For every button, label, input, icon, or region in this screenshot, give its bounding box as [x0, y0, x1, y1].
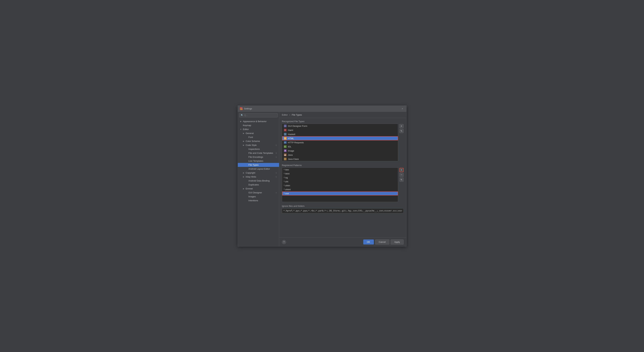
registered-patterns-list[interactable]: *.htm *.html *.ng *.sht *.shtm *.shtml *…	[282, 168, 398, 202]
pattern-item[interactable]: *.htm	[282, 168, 398, 172]
sidebar-item-label: Inlay Hints	[246, 176, 256, 178]
sidebar-item-appearance[interactable]: ▶ Appearance & Behavior	[238, 119, 279, 123]
add-file-type-button[interactable]: +	[400, 124, 404, 128]
recognized-file-types-list[interactable]: UI GUI Designer Form H Haml λ	[282, 124, 398, 161]
sidebar-item-code-style[interactable]: ▶ Code Style ⎘	[238, 143, 279, 147]
list-item[interactable]: 🖼 Image	[282, 149, 398, 153]
sidebar-item-editor[interactable]: ▼ Editor	[238, 127, 279, 131]
file-type-icon: λ	[284, 133, 286, 136]
file-type-label: Haml	[288, 129, 293, 132]
list-item[interactable]: UI GUI Designer Form	[282, 124, 398, 128]
main-content: Editor › File Types Recognized File Type…	[279, 112, 406, 246]
dialog-body: 🔍 ▶ Appearance & Behavior Keymap ▼ Edito…	[238, 112, 406, 246]
expand-arrow: ▶	[243, 132, 245, 134]
expand-arrow: ▶	[243, 188, 245, 189]
file-type-icon: 🖼	[284, 149, 286, 152]
list-item[interactable]: C Java Class	[282, 157, 398, 161]
sidebar-item-emmet[interactable]: ▶ Emmet	[238, 187, 279, 191]
file-type-icon: ☕	[284, 154, 286, 156]
list-item[interactable]: API HTTP Requests	[282, 140, 398, 145]
sidebar-item-gui-designer[interactable]: GUI Designer ⎘	[238, 191, 279, 194]
sidebar-item-label: Live Templates	[248, 160, 263, 162]
pattern-item[interactable]: *.sht	[282, 179, 398, 183]
sidebar-item-file-encodings[interactable]: File Encodings ⎘	[238, 155, 279, 159]
list-item[interactable]: ☕ Java	[282, 153, 398, 157]
ignore-files-input[interactable]	[282, 208, 404, 213]
dialog-title: Settings	[244, 107, 401, 110]
sidebar-item-copyright[interactable]: ▶ Copyright ⎘	[238, 171, 279, 175]
sidebar-item-label: Intentions	[248, 199, 258, 202]
sidebar-item-label: Keymap	[243, 124, 251, 127]
pattern-item[interactable]: *.ng	[282, 176, 398, 179]
registered-patterns-title: Registered Patterns	[282, 164, 404, 167]
sidebar-item-android-layout-editor[interactable]: Android Layout Editor	[238, 167, 279, 171]
list-item[interactable]: H Haml	[282, 128, 398, 132]
sidebar-item-duplicates[interactable]: Duplicates	[238, 183, 279, 187]
sidebar-item-images[interactable]: Images	[238, 194, 279, 198]
file-type-label: GUI Designer Form	[288, 125, 308, 127]
pattern-item[interactable]: *.shtml	[282, 187, 398, 191]
pattern-item[interactable]: *.shtm	[282, 183, 398, 187]
file-types-side-buttons: + ✎	[400, 124, 404, 161]
sidebar-item-label: Emmet	[246, 187, 253, 190]
search-icon: 🔍	[241, 114, 243, 117]
file-type-icon: API	[284, 141, 286, 144]
file-type-icon: H	[284, 137, 286, 140]
expand-arrow	[246, 168, 248, 170]
app-icon	[240, 107, 243, 110]
search-box[interactable]: 🔍	[239, 113, 278, 117]
expand-arrow	[246, 196, 248, 197]
sidebar-item-live-templates[interactable]: Live Templates	[238, 159, 279, 163]
sidebar-item-label: Font	[248, 136, 253, 139]
expand-arrow	[246, 152, 248, 154]
pattern-item[interactable]: *.vue	[282, 191, 398, 195]
recognized-file-types-section: Recognized File Types UI GUI Designer Fo…	[282, 120, 404, 161]
sidebar-item-label: Android Layout Editor	[248, 168, 270, 170]
sidebar-item-inlay-hints[interactable]: ▶ Inlay Hints ⎘	[238, 175, 279, 179]
sidebar-item-file-types[interactable]: File Types	[238, 163, 279, 167]
close-button[interactable]: ×	[400, 107, 404, 111]
file-type-label: HTML	[288, 137, 294, 140]
search-input[interactable]	[244, 114, 276, 117]
expand-arrow: ▶	[243, 172, 245, 174]
expand-arrow	[246, 180, 248, 182]
recognized-file-types-title: Recognized File Types	[282, 120, 404, 123]
list-item[interactable]: IDL IDL	[282, 145, 398, 149]
sidebar-item-keymap[interactable]: Keymap	[238, 123, 279, 127]
ok-button[interactable]: OK	[363, 239, 374, 244]
remove-pattern-button[interactable]: −	[400, 173, 404, 177]
sidebar-item-label: Code Style	[246, 144, 257, 146]
sidebar-item-android-data-binding[interactable]: Android Data Binding	[238, 179, 279, 183]
file-type-label: Java Class	[288, 158, 299, 160]
copy-icon: ⎘	[276, 172, 277, 174]
sidebar-item-label: File Types	[248, 164, 259, 166]
breadcrumb: Editor › File Types	[279, 112, 406, 118]
sidebar-item-label: File Encodings	[248, 156, 263, 158]
sidebar-item-intentions[interactable]: Intentions	[238, 198, 279, 202]
sidebar-item-general[interactable]: ▶ General	[238, 131, 279, 135]
list-item[interactable]: λ Haskell	[282, 132, 398, 136]
expand-arrow	[246, 192, 248, 193]
copy-icon: ⎘	[276, 156, 277, 158]
file-type-icon: IDL	[284, 145, 286, 148]
sidebar-item-color-scheme[interactable]: ▶ Color Scheme	[238, 139, 279, 143]
edit-pattern-button[interactable]: ✎	[400, 177, 404, 182]
sidebar-item-inspections[interactable]: Inspections	[238, 147, 279, 151]
cancel-button[interactable]: Cancel	[375, 239, 389, 244]
apply-button[interactable]: Apply	[391, 239, 404, 244]
sidebar-item-font[interactable]: Font	[238, 135, 279, 139]
help-button[interactable]: ?	[282, 240, 286, 244]
list-item[interactable]: H HTML	[282, 136, 398, 140]
sidebar-item-file-code-templates[interactable]: File and Code Templates ⎘	[238, 151, 279, 155]
add-pattern-button[interactable]: +	[400, 168, 404, 172]
sidebar-item-label: Android Data Binding	[248, 179, 270, 182]
edit-file-type-button[interactable]: ✎	[400, 129, 404, 133]
patterns-side-buttons: + − ✎	[400, 168, 404, 202]
title-bar: Settings ×	[238, 106, 406, 112]
ignore-files-title: Ignore files and folders	[282, 205, 404, 207]
pattern-item[interactable]: *.html	[282, 172, 398, 176]
sidebar-item-label: Color Scheme	[246, 140, 260, 143]
svg-rect-0	[240, 108, 241, 109]
nav-tree: ▶ Appearance & Behavior Keymap ▼ Editor …	[238, 119, 279, 246]
settings-dialog: Settings × 🔍 ▶ Appearance & Behavior Key…	[238, 105, 406, 247]
